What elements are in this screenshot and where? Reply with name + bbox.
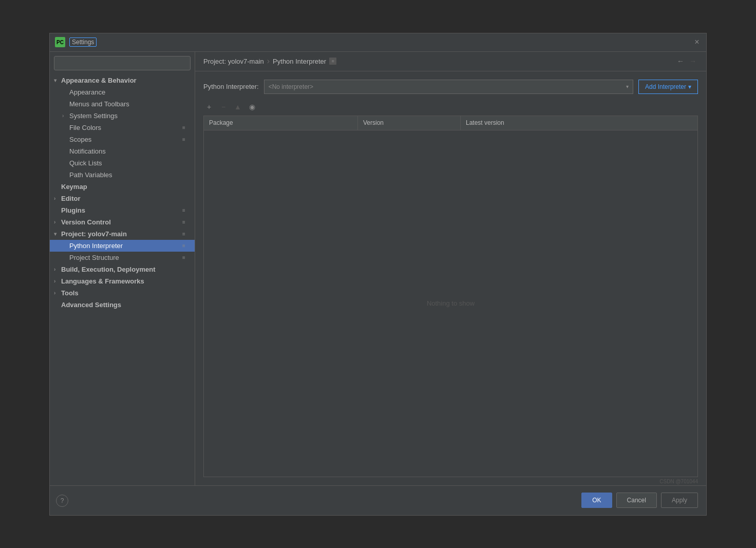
add-package-button[interactable]: + xyxy=(203,101,215,112)
arrow-icon xyxy=(54,231,61,237)
interpreter-label: Python Interpreter: xyxy=(203,83,259,90)
empty-message: Nothing to show xyxy=(427,299,475,307)
sidebar-item-advanced-settings[interactable]: Advanced Settings xyxy=(50,299,195,311)
dropdown-arrow-icon: ▾ xyxy=(626,84,629,89)
add-interpreter-label: Add Interpreter xyxy=(645,83,686,90)
sidebar-item-path-variables[interactable]: Path Variables xyxy=(50,169,195,181)
sidebar-item-version-control[interactable]: Version Control≡ xyxy=(50,216,195,228)
sidebar-item-label: Keymap xyxy=(61,183,191,191)
sidebar-items-container: Appearance & BehaviorAppearanceMenus and… xyxy=(50,74,195,311)
arrow-icon xyxy=(62,113,69,119)
nav-forward-button[interactable]: → xyxy=(688,56,698,66)
arrow-icon xyxy=(54,278,61,284)
sidebar-item-label: Python Interpreter xyxy=(69,242,182,250)
sidebar-item-languages-frameworks[interactable]: Languages & Frameworks xyxy=(50,275,195,287)
breadcrumb-current: Python Interpreter xyxy=(273,58,326,65)
sidebar-item-python-interpreter[interactable]: Python Interpreter≡ xyxy=(50,240,195,252)
title-bar-label: Settings xyxy=(69,37,97,47)
sidebar-item-file-colors[interactable]: File Colors≡ xyxy=(50,122,195,134)
eye-button[interactable]: ◉ xyxy=(247,101,258,112)
item-icon: ≡ xyxy=(182,231,191,237)
sidebar-item-label: Project: yolov7-main xyxy=(61,230,182,238)
sidebar-item-label: Editor xyxy=(61,195,191,202)
sidebar-item-label: Languages & Frameworks xyxy=(61,277,191,285)
sidebar-item-label: Build, Execution, Deployment xyxy=(61,266,191,273)
sidebar-item-menus-toolbars[interactable]: Menus and Toolbars xyxy=(50,98,195,110)
sidebar-item-label: Path Variables xyxy=(69,171,191,179)
arrow-icon xyxy=(54,219,61,225)
sidebar-item-label: Appearance & Behavior xyxy=(61,77,191,84)
item-icon: ≡ xyxy=(182,243,191,249)
ok-button[interactable]: OK xyxy=(581,493,612,508)
close-button[interactable]: × xyxy=(693,38,701,46)
sidebar-item-label: File Colors xyxy=(69,124,182,131)
col-header-package: Package xyxy=(204,116,358,130)
sidebar-item-notifications[interactable]: Notifications xyxy=(50,145,195,157)
nav-arrows: ← → xyxy=(675,56,698,66)
app-icon: PC xyxy=(55,37,65,47)
item-icon: ≡ xyxy=(182,255,191,260)
breadcrumb-project: Project: yolov7-main xyxy=(203,58,264,65)
sidebar-item-label: Menus and Toolbars xyxy=(69,100,191,108)
help-button[interactable]: ? xyxy=(56,495,68,507)
nav-back-button[interactable]: ← xyxy=(675,56,686,66)
table-body-empty: Nothing to show xyxy=(204,130,697,477)
item-icon: ≡ xyxy=(182,207,191,213)
sidebar-item-label: Quick Lists xyxy=(69,159,191,167)
item-icon: ≡ xyxy=(182,125,191,130)
col-header-version: Version xyxy=(358,116,461,130)
sidebar-item-label: Notifications xyxy=(69,147,191,155)
item-icon: ≡ xyxy=(182,219,191,225)
sidebar-item-label: Version Control xyxy=(61,218,182,226)
breadcrumb-bar: Project: yolov7-main › Python Interprete… xyxy=(195,52,706,71)
sidebar-item-plugins[interactable]: Plugins≡ xyxy=(50,204,195,216)
arrow-icon xyxy=(54,267,61,272)
breadcrumb-separator: › xyxy=(267,56,270,66)
sidebar-item-project-yolov7[interactable]: Project: yolov7-main≡ xyxy=(50,228,195,240)
sidebar-item-label: Advanced Settings xyxy=(61,301,191,309)
content-area: Appearance & BehaviorAppearanceMenus and… xyxy=(50,52,706,485)
search-input[interactable] xyxy=(59,60,186,67)
interpreter-dropdown[interactable]: <No interpreter> ▾ xyxy=(264,80,633,94)
sidebar-item-appearance-behavior[interactable]: Appearance & Behavior xyxy=(50,74,195,86)
sidebar-item-quick-lists[interactable]: Quick Lists xyxy=(50,157,195,169)
sidebar-item-label: Project Structure xyxy=(69,254,182,261)
interpreter-dropdown-value: <No interpreter> xyxy=(269,83,313,90)
interpreter-row: Python Interpreter: <No interpreter> ▾ A… xyxy=(203,80,698,94)
sidebar-item-system-settings[interactable]: System Settings xyxy=(50,110,195,122)
breadcrumb: Project: yolov7-main › Python Interprete… xyxy=(203,56,675,66)
sidebar-item-label: Tools xyxy=(61,289,191,297)
add-interpreter-button[interactable]: Add Interpreter ▾ xyxy=(638,80,698,94)
search-box[interactable] xyxy=(54,56,191,70)
arrow-icon xyxy=(54,290,61,296)
apply-button[interactable]: Apply xyxy=(661,493,698,508)
add-interpreter-arrow-icon: ▾ xyxy=(688,83,691,90)
sidebar-item-scopes[interactable]: Scopes≡ xyxy=(50,134,195,145)
sidebar-item-tools[interactable]: Tools xyxy=(50,287,195,299)
col-header-latest: Latest version xyxy=(461,116,697,130)
toolbar-row: + − ▲ ◉ xyxy=(203,101,698,112)
footer: OK Cancel Apply xyxy=(50,485,706,515)
sidebar-item-label: Plugins xyxy=(61,206,182,214)
main-body: Python Interpreter: <No interpreter> ▾ A… xyxy=(195,71,706,485)
table-header: Package Version Latest version xyxy=(204,116,697,130)
sidebar-item-label: Scopes xyxy=(69,136,182,143)
watermark: CSDN @701044 xyxy=(659,479,698,484)
sidebar-item-project-structure[interactable]: Project Structure≡ xyxy=(50,252,195,263)
sidebar-item-keymap[interactable]: Keymap xyxy=(50,181,195,193)
main-content: Project: yolov7-main › Python Interprete… xyxy=(195,52,706,485)
title-bar: PC Settings × xyxy=(50,33,706,52)
settings-dialog: PC Settings × Appearance & BehaviorAppea… xyxy=(49,33,707,516)
sidebar: Appearance & BehaviorAppearanceMenus and… xyxy=(50,52,195,485)
remove-package-button[interactable]: − xyxy=(218,101,229,112)
sidebar-item-label: System Settings xyxy=(69,112,191,120)
arrow-icon xyxy=(54,196,61,201)
packages-table: Package Version Latest version Nothing t… xyxy=(203,116,698,477)
sidebar-item-appearance[interactable]: Appearance xyxy=(50,86,195,98)
breadcrumb-icon: ≡ xyxy=(329,58,336,65)
cancel-button[interactable]: Cancel xyxy=(616,493,657,508)
sidebar-item-editor[interactable]: Editor xyxy=(50,193,195,204)
move-up-button[interactable]: ▲ xyxy=(232,101,243,112)
sidebar-item-label: Appearance xyxy=(69,88,191,96)
sidebar-item-build-execution[interactable]: Build, Execution, Deployment xyxy=(50,263,195,275)
